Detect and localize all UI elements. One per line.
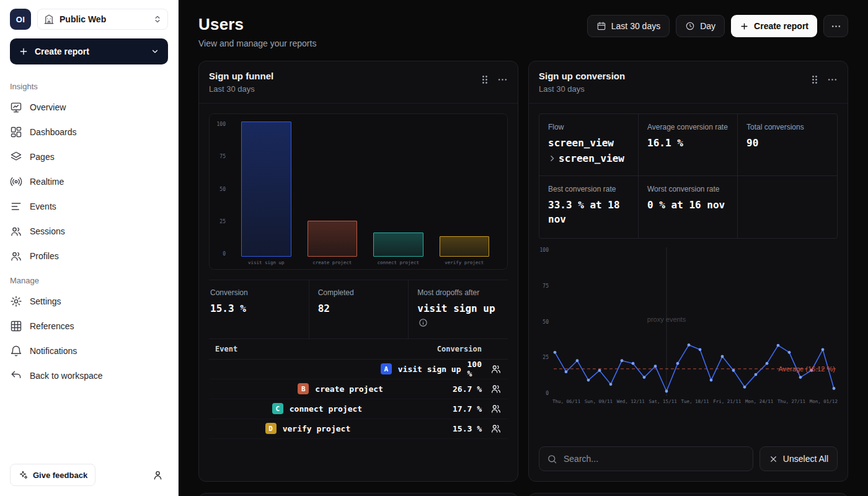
sidebar-item-settings[interactable]: Settings — [10, 289, 168, 314]
unselect-all-label: Unselect All — [783, 454, 828, 464]
sidebar-item-label: Settings — [30, 296, 61, 306]
dashboards-icon — [10, 126, 22, 138]
event-conversion: 15.3 % — [453, 424, 482, 433]
interval-label: Day — [700, 21, 715, 31]
give-feedback-label: Give feedback — [33, 471, 87, 480]
profile-button[interactable] — [147, 464, 168, 485]
conversion-controls: Unselect All — [539, 438, 838, 471]
x-icon — [769, 454, 778, 464]
interval-button[interactable]: Day — [676, 15, 725, 37]
event-name: create project — [315, 384, 446, 394]
stat-total-conversions: Total conversions 90 — [738, 114, 837, 176]
event-name: visit sign up — [398, 365, 461, 374]
create-report-header-button[interactable]: Create report — [731, 15, 817, 37]
stat-value: screen_view screen_view — [548, 136, 629, 166]
users-icon[interactable] — [490, 403, 502, 414]
workspace-selector[interactable]: Public Web — [37, 9, 168, 30]
stat-value: 82 — [318, 302, 400, 316]
search-input[interactable] — [564, 454, 745, 464]
gear-icon — [10, 295, 22, 308]
users-icon[interactable] — [490, 383, 502, 394]
sidebar-item-dashboards[interactable]: Dashboards — [10, 120, 168, 144]
stat-label: Completed — [318, 288, 400, 298]
users-icon[interactable] — [490, 423, 502, 434]
stat-empty-cell — [738, 176, 837, 238]
unselect-all-button[interactable]: Unselect All — [760, 446, 838, 471]
bell-icon — [10, 345, 22, 357]
sidebar-footer: Give feedback — [10, 464, 168, 486]
sidebar-item-sessions[interactable]: Sessions — [10, 219, 168, 244]
table-row[interactable]: B create project 26.7 % — [209, 379, 508, 399]
user-icon — [152, 469, 164, 481]
conversion-card-heading: Sign up conversion Last 30 days — [539, 71, 625, 94]
search-icon — [547, 454, 557, 464]
date-range-label: Last 30 days — [611, 21, 660, 31]
conversion-card: Sign up conversion Last 30 days Flow scr… — [528, 61, 848, 482]
date-range-button[interactable]: Last 30 days — [587, 15, 670, 37]
sparkles-icon — [18, 470, 28, 480]
sidebar-item-back-to-workspace[interactable]: Back to workspace — [10, 363, 168, 388]
ellipsis-icon — [497, 74, 508, 85]
event-badge: C — [272, 403, 283, 414]
sidebar-item-label: Sessions — [30, 226, 65, 236]
stat-label: Average conversion rate — [647, 122, 728, 132]
sidebar-item-label: Profiles — [30, 251, 59, 261]
card-menu-button[interactable] — [497, 74, 508, 85]
cards-grid: Sign up funnel Last 30 days 1007550250 v… — [198, 61, 848, 496]
sidebar-item-overview[interactable]: Overview — [10, 95, 168, 120]
table-row[interactable]: D verify project 15.3 % — [209, 419, 508, 439]
funnel-bars — [229, 122, 501, 257]
funnel-stats: Conversion 15.3 % Completed 82 Most drop… — [209, 280, 508, 339]
drag-handle[interactable] — [481, 74, 489, 85]
sidebar-item-notifications[interactable]: Notifications — [10, 339, 168, 363]
conversion-line-chart: 1007550250 proxy events Average (16.12 %… — [539, 247, 838, 396]
card-title: Sign up conversion — [539, 71, 625, 81]
workspace-row: OI Public Web — [10, 9, 168, 30]
building-icon — [43, 14, 55, 25]
card-title: Sign up funnel — [209, 71, 273, 81]
card-menu-button[interactable] — [827, 74, 838, 85]
info-icon[interactable] — [418, 318, 428, 327]
insights-section-label: Insights — [10, 82, 168, 91]
stat-best-rate: Best conversion rate 33.3 % at 18 nov — [539, 176, 639, 238]
page-heading: Users View and manage your reports — [198, 15, 316, 48]
grid-icon — [10, 320, 22, 332]
manage-section-label: Manage — [10, 276, 168, 285]
calendar-icon — [596, 21, 606, 31]
funnel-table-header: Event Conversion — [209, 339, 508, 360]
ellipsis-icon — [827, 74, 838, 85]
stat-most-dropoffs: Most dropoffs after visit sign up — [408, 280, 508, 339]
sidebar-item-profiles[interactable]: Profiles — [10, 244, 168, 268]
funnel-card-heading: Sign up funnel Last 30 days — [209, 71, 273, 94]
line-plot: proxy events Average (16.12 %) — [552, 247, 838, 396]
card-actions — [481, 74, 508, 85]
event-conversion: 17.7 % — [453, 404, 482, 414]
dropoff-event: visit sign up — [417, 303, 495, 314]
sidebar-item-references[interactable]: References — [10, 314, 168, 339]
table-row[interactable]: A visit sign up 100 % — [209, 360, 508, 379]
card-subtitle: Last 30 days — [209, 84, 273, 94]
users-icon[interactable] — [490, 363, 502, 374]
funnel-plot: 1007550250 — [216, 122, 501, 257]
chevron-down-icon — [151, 47, 159, 56]
workspace-name: Public Web — [60, 14, 148, 24]
funnel-y-axis: 1007550250 — [216, 122, 229, 257]
app-logo: OI — [10, 9, 31, 30]
sidebar-item-pages[interactable]: Pages — [10, 144, 168, 169]
stat-label: Most dropoffs after — [417, 288, 499, 298]
event-conversion: 26.7 % — [453, 384, 482, 394]
conversion-stats: Flow screen_view screen_view Average con… — [539, 113, 838, 239]
ellipsis-icon — [831, 21, 841, 32]
stat-value: 16.1 % — [647, 136, 728, 150]
stat-value: 90 — [746, 136, 828, 150]
drag-handle[interactable] — [811, 74, 818, 85]
table-row[interactable]: C connect project 17.7 % — [209, 399, 508, 419]
give-feedback-button[interactable]: Give feedback — [10, 464, 95, 486]
clock-icon — [685, 21, 695, 31]
sidebar-item-label: Notifications — [30, 346, 77, 356]
stat-completed: Completed 82 — [309, 280, 409, 339]
sidebar-item-realtime[interactable]: Realtime — [10, 169, 168, 194]
create-report-button[interactable]: Create report — [10, 38, 168, 64]
sidebar-item-events[interactable]: Events — [10, 194, 168, 219]
more-button[interactable] — [823, 15, 848, 37]
